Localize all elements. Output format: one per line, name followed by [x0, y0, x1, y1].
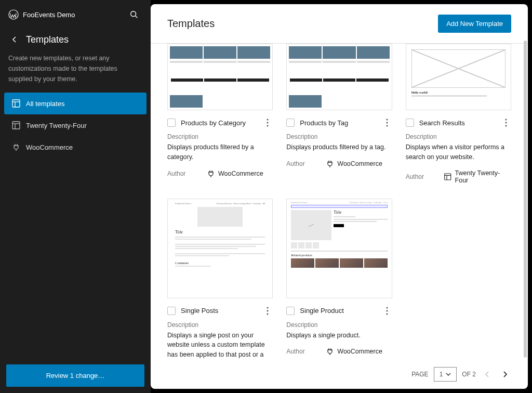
plug-icon	[326, 160, 334, 168]
more-vertical-icon	[386, 119, 388, 127]
template-title: Single Product	[300, 307, 344, 315]
template-description: Displays products filtered by a category…	[167, 142, 273, 162]
layout-icon	[11, 121, 21, 130]
search-icon	[129, 10, 139, 19]
nav-woocommerce[interactable]: WooCommerce	[4, 136, 147, 158]
description-label: Description	[167, 321, 273, 329]
svg-point-11	[267, 125, 269, 127]
template-description: Displays a single product.	[286, 331, 392, 340]
select-checkbox[interactable]	[167, 307, 176, 315]
template-description: Displays when a visitor performs a searc…	[406, 142, 511, 162]
plug-icon	[207, 169, 215, 178]
more-actions-button[interactable]	[382, 306, 392, 316]
chevron-left-icon	[10, 35, 19, 44]
brand-name: FooEvents Demo	[23, 11, 75, 19]
svg-point-12	[386, 119, 388, 121]
author-label: Author	[286, 348, 326, 355]
nav-label: WooCommerce	[26, 143, 73, 151]
next-page-button[interactable]	[499, 368, 511, 381]
add-new-template-button[interactable]: Add New Template	[438, 15, 511, 33]
author-label: Author	[406, 173, 444, 180]
nav-all-templates[interactable]: All templates	[4, 93, 147, 114]
template-title: Single Posts	[181, 307, 218, 315]
template-card: Products by Tag Description Displays pro…	[286, 44, 392, 184]
svg-point-22	[267, 310, 269, 311]
description-label: Description	[167, 133, 273, 140]
description-label: Description	[286, 321, 392, 329]
page-label: PAGE	[411, 371, 428, 378]
more-actions-button[interactable]	[262, 117, 273, 128]
select-checkbox[interactable]	[406, 119, 414, 127]
more-vertical-icon	[505, 119, 507, 127]
svg-point-23	[267, 313, 269, 315]
chevron-down-icon	[446, 373, 451, 376]
template-thumbnail[interactable]: FooEvents DemoFeatured · Event Listing ·…	[286, 199, 392, 298]
sidebar-nav: All templates Twenty Twenty-Four WooComm…	[0, 93, 151, 158]
svg-point-16	[505, 122, 507, 124]
nav-label: All templates	[26, 100, 64, 108]
select-checkbox[interactable]	[286, 119, 295, 127]
author-label: Author	[167, 170, 207, 177]
template-author: WooCommerce	[326, 347, 382, 356]
template-author: WooCommerce	[207, 169, 263, 178]
more-actions-button[interactable]	[262, 306, 273, 316]
svg-point-28	[386, 310, 388, 311]
more-actions-button[interactable]	[382, 117, 392, 128]
chevron-left-icon	[485, 371, 490, 378]
template-card: FooEvents DemoFeatured Events · Event Li…	[167, 199, 273, 360]
page-select[interactable]: 1	[434, 367, 457, 382]
layout-icon	[11, 99, 21, 108]
nav-twenty-twenty-four[interactable]: Twenty Twenty-Four	[4, 114, 147, 136]
svg-point-21	[267, 307, 269, 308]
sidebar-title: Templates	[26, 34, 69, 45]
review-changes-button[interactable]: Review 1 change…	[6, 364, 144, 387]
more-actions-button[interactable]	[501, 117, 511, 128]
svg-point-10	[267, 122, 269, 124]
more-vertical-icon	[267, 119, 269, 127]
prev-page-button[interactable]	[481, 368, 494, 381]
template-thumbnail[interactable]	[286, 44, 392, 110]
layout-icon	[444, 173, 451, 181]
template-author: Twenty Twenty-Four	[444, 169, 511, 184]
svg-line-2	[136, 16, 138, 18]
select-checkbox[interactable]	[286, 307, 295, 315]
templates-grid: Products by Category Description Display…	[167, 44, 511, 360]
search-button[interactable]	[126, 6, 142, 23]
sidebar: FooEvents Demo Templates Create new temp…	[0, 0, 151, 393]
template-title: Products by Category	[181, 119, 246, 127]
author-label: Author	[286, 160, 326, 167]
svg-point-15	[505, 119, 507, 121]
chevron-right-icon	[502, 371, 508, 378]
template-author: WooCommerce	[326, 160, 382, 168]
template-thumbnail[interactable]: FooEvents DemoFeatured Events · Event Li…	[167, 199, 273, 298]
back-button[interactable]	[8, 33, 21, 46]
svg-point-1	[131, 11, 136, 17]
template-thumbnail[interactable]	[167, 44, 273, 110]
page-title: Templates	[167, 18, 215, 30]
svg-point-9	[267, 119, 269, 121]
description-label: Description	[286, 133, 392, 140]
plug-icon	[326, 347, 334, 356]
svg-point-13	[386, 122, 388, 124]
main-panel: Templates Add New Template	[151, 4, 528, 389]
template-card: Products by Category Description Display…	[167, 44, 273, 184]
page-total: OF 2	[462, 371, 476, 378]
sidebar-description: Create new templates, or reset any custo…	[8, 53, 142, 84]
nav-label: Twenty Twenty-Four	[26, 122, 87, 129]
pagination: PAGE 1 OF 2	[151, 360, 528, 389]
select-checkbox[interactable]	[167, 119, 176, 127]
main-header: Templates Add New Template	[151, 4, 528, 44]
scrollbar[interactable]	[524, 41, 527, 358]
template-thumbnail[interactable]: Hello world!	[406, 44, 511, 110]
template-description: Displays a single post on your website u…	[167, 331, 273, 360]
template-description: Displays products filtered by a tag.	[286, 142, 392, 152]
brand[interactable]: FooEvents Demo	[8, 9, 75, 20]
svg-point-14	[386, 125, 388, 127]
svg-point-29	[386, 313, 388, 315]
svg-point-27	[386, 307, 388, 308]
wordpress-logo-icon	[8, 9, 19, 20]
template-card: FooEvents DemoFeatured · Event Listing ·…	[286, 199, 392, 360]
template-title: Search Results	[419, 119, 465, 127]
description-label: Description	[406, 133, 511, 140]
template-card: Hello world! Search Results Description	[406, 44, 511, 184]
